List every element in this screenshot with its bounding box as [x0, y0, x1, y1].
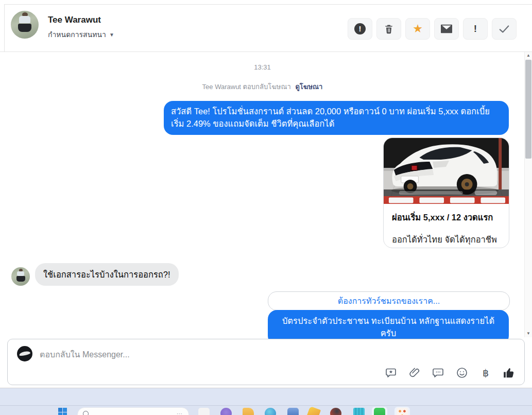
- card-subtitle: ออกได้ทั่วไทย จัดได้ทุกอาชีพ: [392, 233, 501, 246]
- ad-context-text: Tee Warawut ตอบกลับโฆษณา: [202, 83, 291, 91]
- app-icon[interactable]: [306, 406, 321, 415]
- follow-up-button[interactable]: ★: [405, 18, 430, 40]
- paperclip-icon: [408, 367, 421, 379]
- attach-button[interactable]: [408, 366, 421, 379]
- check-icon: [499, 24, 510, 33]
- report-button[interactable]: !: [348, 18, 372, 40]
- conversation-header: Tee Warawut กำหนดการสนทนา ▼ ! ★: [4, 4, 532, 52]
- star-icon: ★: [413, 23, 423, 34]
- mark-unread-button[interactable]: [434, 18, 459, 40]
- browser-icon[interactable]: [330, 408, 341, 415]
- mail-icon: [441, 24, 452, 33]
- chat-scrollbar[interactable]: ▲ ▼: [524, 52, 532, 337]
- emoji-button[interactable]: [455, 366, 469, 379]
- messenger-inbox-window: Tee Warawut กำหนดการสนทนา ▼ ! ★: [0, 0, 532, 415]
- avatar-small[interactable]: [11, 267, 30, 286]
- app-icon[interactable]: [287, 408, 299, 415]
- schedule-conversation-dropdown[interactable]: กำหนดการสนทนา ▼: [48, 29, 114, 40]
- search-icon: [83, 411, 89, 415]
- mark-done-button[interactable]: [492, 18, 517, 40]
- conversation-actions: ! ★ !: [348, 18, 517, 40]
- mark-important-button[interactable]: !: [463, 18, 488, 40]
- contact-name[interactable]: Tee Warawut: [48, 15, 101, 25]
- saved-replies-button[interactable]: [384, 366, 398, 379]
- windows-start-icon[interactable]: [58, 408, 67, 415]
- ad-context-line: Tee Warawut ตอบกลับโฆษณา ดูโฆษณา: [0, 81, 525, 92]
- taskbar-search[interactable]: ⋯: [77, 407, 189, 415]
- scroll-down-arrow[interactable]: ▼: [525, 330, 532, 337]
- file-explorer-icon[interactable]: [243, 408, 254, 415]
- incoming-message-row: ใช้เอกสารอะไรบ้างในการออกรถ?!: [11, 263, 179, 286]
- keyboard-app-icon[interactable]: [353, 408, 365, 415]
- payment-button[interactable]: ฿: [479, 366, 492, 379]
- reply-composer[interactable]: ตอบกลับใน Messenger...: [7, 339, 525, 385]
- timestamp: 13:31: [0, 63, 525, 71]
- emoji-icon: [456, 367, 468, 379]
- schedule-label: กำหนดการสนทนา: [48, 29, 106, 40]
- search-ellipsis: ⋯: [177, 410, 182, 415]
- desktop-band: [0, 388, 532, 405]
- line-app-icon[interactable]: [374, 408, 385, 415]
- page-logo: [17, 346, 32, 361]
- app-icon[interactable]: [397, 408, 408, 415]
- avatar[interactable]: [11, 11, 39, 39]
- like-button[interactable]: [503, 366, 516, 379]
- scroll-up-arrow[interactable]: ▲: [525, 52, 532, 59]
- edge-browser-icon[interactable]: [265, 408, 276, 415]
- baht-payment-icon: ฿: [483, 367, 489, 379]
- card-title: ผ่อนเริ่ม 5,xxx / 12 งวดแรก: [392, 211, 501, 224]
- view-ad-link[interactable]: ดูโฆษณา: [295, 83, 322, 91]
- incoming-message[interactable]: ใช้เอกสารอะไรบ้างในการออกรถ?!: [35, 263, 179, 286]
- message-thread: 13:31 Tee Warawut ตอบกลับโฆษณา ดูโฆษณา ส…: [0, 52, 525, 337]
- like-thumb-icon: [503, 366, 516, 380]
- delete-button[interactable]: [376, 18, 401, 40]
- comment-button[interactable]: [432, 366, 445, 379]
- trash-icon: [384, 24, 394, 34]
- outgoing-promo-message[interactable]: สวัสดี Tee! โปรโมชั่นสงกรานต์ ส่วนลด 20,…: [164, 101, 509, 135]
- composer-toolbar: ฿: [384, 366, 516, 379]
- comment-dots-icon: [432, 367, 444, 379]
- scrollbar-thumb[interactable]: [525, 60, 531, 159]
- quick-reply-bubble[interactable]: ต้องการทัวร์ชมรถของเราค...: [268, 291, 510, 310]
- car-photo: [384, 138, 509, 204]
- app-icon[interactable]: [220, 408, 232, 415]
- chevron-down-icon: ▼: [109, 32, 114, 38]
- saved-replies-icon: [385, 367, 397, 379]
- windows-taskbar: ⋯: [0, 406, 532, 415]
- car-promo-card[interactable]: ผ่อนเริ่ม 5,xxx / 12 งวดแรก ออกได้ทั่วไท…: [383, 137, 509, 248]
- report-circle-icon: !: [354, 23, 366, 34]
- exclamation-icon: !: [474, 23, 477, 34]
- reply-input[interactable]: ตอบกลับใน Messenger...: [40, 348, 130, 361]
- app-icon[interactable]: [198, 408, 210, 415]
